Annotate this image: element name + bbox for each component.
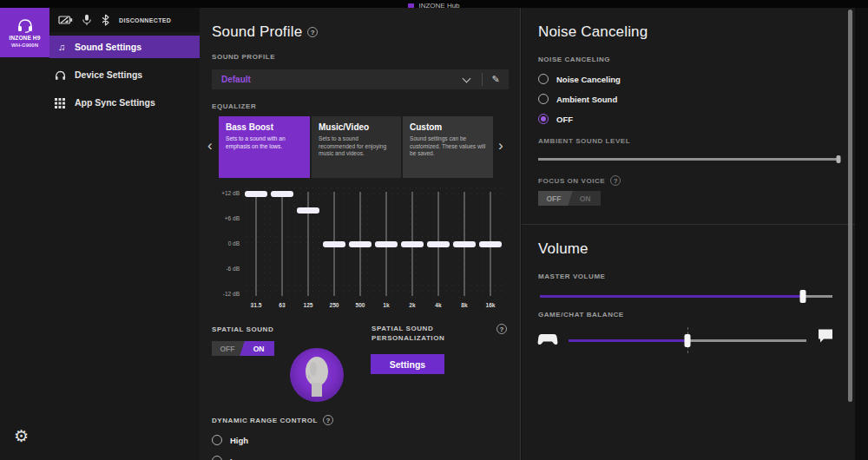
toggle-on-label[interactable]: ON [243, 341, 274, 356]
eq-band-label: 250 [321, 302, 347, 308]
grid-icon [55, 97, 67, 108]
focus-on-voice-toggle[interactable]: OFF ON [538, 191, 601, 206]
master-volume-slider[interactable] [540, 289, 832, 303]
spatial-sound-label: SPATIAL SOUND [212, 325, 273, 333]
inzone-hub-window: INZONE Hub DISCONNECTED [0, 0, 868, 460]
eq-band-label: 2k [399, 302, 425, 308]
sound-profile-dropdown[interactable]: Default ✎ [212, 69, 509, 89]
scrollbar[interactable] [848, 10, 852, 402]
slider-fill [569, 339, 687, 342]
preset-name: Custom [410, 122, 486, 132]
sidebar-item-label: Device Settings [75, 69, 142, 80]
help-icon[interactable]: ? [496, 324, 507, 334]
eq-band-handle[interactable] [427, 241, 450, 247]
eq-band-handle[interactable] [323, 241, 345, 247]
eq-y-tick: +12 dB [212, 190, 240, 196]
nc-option-off[interactable]: OFF [538, 114, 573, 124]
slider-handle[interactable] [837, 155, 841, 163]
preset-card-bass-boost[interactable]: Bass Boost Sets to a sound with an empha… [219, 116, 310, 178]
headset-icon [16, 18, 34, 33]
game-chat-balance-label: GAME/CHAT BALANCE [538, 311, 624, 319]
connection-status: DISCONNECTED [119, 17, 171, 23]
focus-on-voice-label: FOCUS ON VOICE [538, 177, 605, 185]
eq-band-handle[interactable] [453, 241, 476, 247]
slider-fill [538, 158, 838, 161]
spatial-personalization-label: SPATIAL SOUND PERSONALIZATION [372, 324, 484, 343]
sidebar: DISCONNECTED INZONE H9 WH-G900N ♫ Sound … [0, 8, 200, 460]
nc-option-ambient-sound[interactable]: Ambient Sound [538, 94, 617, 104]
drc-option-high[interactable]: High [212, 435, 248, 445]
dynamic-range-label: DYNAMIC RANGE CONTROL [212, 417, 318, 424]
slider-handle[interactable] [800, 290, 806, 303]
settings-gear-icon[interactable]: ⚙ [14, 428, 29, 445]
eq-y-tick: -6 dB [212, 266, 240, 272]
noise-canceling-panel: Noise Canceling NOISE CANCELING Noise Ca… [522, 8, 855, 460]
eq-band-label: 1k [373, 302, 399, 308]
sidebar-menu: ♫ Sound Settings Device Settings [0, 34, 200, 119]
radio-icon[interactable] [538, 94, 549, 104]
ambient-sound-level-label: AMBIENT SOUND LEVEL [538, 137, 630, 145]
sidebar-item-label: Sound Settings [75, 42, 141, 52]
eq-band-handle[interactable] [479, 241, 502, 247]
eq-band-track[interactable] [281, 192, 283, 296]
sidebar-item-sound-settings[interactable]: ♫ Sound Settings [49, 36, 200, 58]
sound-profile-value: Default [212, 75, 464, 84]
preset-description: Sets to a sound with an emphasis on the … [226, 135, 303, 150]
window-edge [855, 8, 868, 460]
noise-canceling-group-label: NOISE CANCELING [538, 56, 610, 63]
preset-description: Sound settings can be customized. These … [410, 135, 486, 158]
eq-band-label: 31.5 [243, 302, 269, 308]
game-chat-balance-slider[interactable] [569, 333, 806, 347]
eq-band-handle[interactable] [297, 207, 319, 214]
slider-fill [540, 295, 803, 298]
eq-y-tick: 0 dB [212, 240, 240, 246]
eq-band-handle[interactable] [375, 241, 398, 247]
eq-band-handle[interactable] [349, 241, 372, 247]
ambient-sound-level-slider[interactable] [538, 152, 838, 166]
headphones-icon [55, 69, 67, 81]
spatial-sound-toggle[interactable]: OFF ON [212, 341, 274, 356]
bluetooth-icon [101, 14, 110, 26]
eq-band-track[interactable] [255, 192, 257, 296]
radio-icon-selected[interactable] [538, 114, 549, 124]
eq-band-handle[interactable] [245, 191, 267, 197]
nc-option-noise-canceling[interactable]: Noise Canceling [538, 74, 621, 84]
eq-band-label: 16k [477, 302, 503, 308]
eq-band-label: 125 [295, 302, 321, 308]
help-icon[interactable]: ? [323, 415, 333, 425]
sidebar-item-app-sync-settings[interactable]: App Sync Settings [0, 91, 200, 114]
radio-label: High [230, 436, 248, 445]
radio-icon[interactable] [212, 435, 222, 445]
app-title: INZONE Hub [418, 2, 459, 8]
carousel-right-icon[interactable]: › [498, 137, 503, 154]
edit-pencil-icon[interactable]: ✎ [483, 74, 509, 85]
radio-label: Low [230, 457, 247, 460]
preset-name: Bass Boost [226, 122, 303, 132]
slider-handle[interactable] [685, 334, 691, 347]
toggle-off-label[interactable]: OFF [212, 341, 243, 356]
help-icon[interactable]: ? [307, 27, 318, 37]
radio-label: Noise Canceling [556, 75, 621, 84]
eq-band-handle[interactable] [401, 241, 424, 247]
eq-band-label: 8k [451, 302, 477, 308]
preset-card-music-video[interactable]: Music/Video Sets to a sound recommended … [312, 116, 401, 178]
radio-icon[interactable] [538, 74, 549, 84]
eq-y-tick: +6 dB [212, 215, 240, 221]
carousel-left-icon[interactable]: ‹ [207, 137, 213, 154]
help-icon[interactable]: ? [610, 175, 621, 186]
status-bar: DISCONNECTED [49, 8, 200, 32]
volume-title: Volume [538, 240, 589, 258]
page-title: Sound Profile [212, 23, 302, 41]
chat-bubble-icon [817, 328, 834, 344]
toggle-off-label[interactable]: OFF [538, 191, 569, 206]
drc-option-low[interactable]: Low [212, 456, 247, 460]
eq-band-label: 500 [347, 302, 373, 308]
preset-card-custom[interactable]: Custom Sound settings can be customized.… [403, 116, 493, 178]
radio-icon[interactable] [212, 456, 222, 460]
spatial-personalization-settings-button[interactable]: Settings [371, 354, 444, 374]
eq-band-handle[interactable] [271, 191, 293, 197]
spatial-head-avatar [290, 348, 344, 402]
sidebar-item-device-settings[interactable]: Device Settings [0, 63, 200, 86]
radio-label: Ambient Sound [556, 95, 617, 104]
toggle-on-label[interactable]: ON [569, 191, 601, 206]
